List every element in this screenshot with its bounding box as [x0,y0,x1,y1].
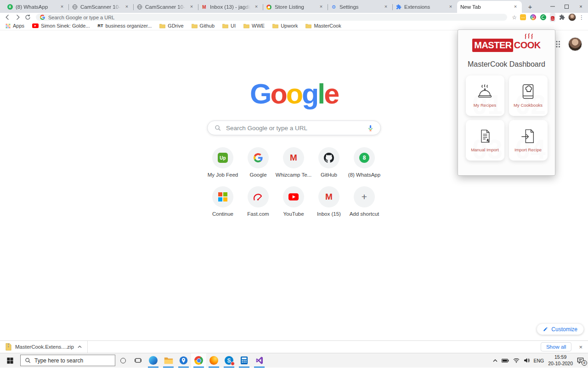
new-tab-button[interactable]: + [525,1,536,12]
profile-avatar[interactable] [568,13,576,21]
shortcut-my-job-feed[interactable]: Up My Job Feed [205,147,241,178]
mic-icon[interactable] [368,125,373,132]
tab-settings[interactable]: ⚙ Settings × [328,1,392,13]
tab-title: (8) WhatsApp [16,4,56,10]
back-icon[interactable] [4,14,11,21]
clock[interactable]: 15:59 20-10-2020 [548,354,573,367]
my-cookbooks-card[interactable]: My Cookbooks [509,75,548,116]
cortana-button[interactable] [115,353,130,368]
bookmark-apps[interactable]: Apps [6,23,24,29]
shortcut-continue[interactable]: Continue [205,186,241,217]
tab-close-icon[interactable]: × [512,4,519,10]
yellow-extension-icon[interactable]: ... [520,14,527,21]
shortcut-fastcom[interactable]: Fast.com [241,186,276,217]
gmail-icon: M [201,4,207,10]
close-download-bar-icon[interactable]: × [579,344,582,351]
chevron-up-icon[interactable] [78,345,82,348]
shortcut-youtube[interactable]: YouTube [276,186,311,217]
show-all-button[interactable]: Show all [541,342,571,351]
search-placeholder: Search Google or type a URL [226,125,362,132]
taskbar-maps-pin-icon[interactable] [176,353,191,368]
tab-close-icon[interactable]: × [188,4,195,10]
taskbar-file-explorer-icon[interactable] [161,353,176,368]
speaker-icon[interactable] [524,358,530,363]
speedometer-icon [253,192,264,201]
tab-inbox[interactable]: M Inbox (13) - jagdip@whizca × [198,1,263,13]
taskbar-visual-studio-icon[interactable] [252,353,267,368]
taskbar-calculator-icon[interactable] [237,353,252,368]
tab-strip: 8 (8) WhatsApp × CamScanner 10-20-2020 1… [0,0,588,13]
minimize-button[interactable] [545,0,560,13]
tab-extensions[interactable]: Extensions × [392,1,457,13]
shortcut-google[interactable]: Google [241,147,276,178]
tab-close-icon[interactable]: × [447,4,454,10]
tab-new-tab[interactable]: New Tab × [457,1,522,13]
download-file-name: MasterCook.Extens....zip [15,344,74,350]
google-g-icon [254,153,263,162]
bookmark-business-organizer[interactable]: RT business organizer... [97,23,152,29]
bookmark-simon-sinek[interactable]: Simon Sinek: Golde... [32,23,90,29]
wifi-icon[interactable] [513,358,520,363]
address-bar[interactable]: Search Google or type a URL [36,14,507,21]
extensions-puzzle-icon[interactable] [558,14,565,21]
task-view-button[interactable] [130,353,146,368]
tab-close-icon[interactable]: × [318,4,324,10]
folder-icon [222,23,228,29]
language-indicator[interactable]: ENG [534,358,544,363]
forward-icon[interactable] [14,14,21,21]
notification-badge [231,362,235,366]
taskbar-skype-icon[interactable]: S [221,353,237,368]
bookmark-folder-gdrive[interactable]: GDrive [159,23,183,29]
bookmark-folder-github[interactable]: Github [192,23,215,29]
bookmark-folder-upwork[interactable]: Upwork [272,23,298,29]
shortcut-whizcamp[interactable]: M Whizcamp Te... [276,147,311,178]
chrome-menu-icon[interactable]: ⋮ [579,14,584,21]
tab-camscanner-2[interactable]: CamScanner 10-20-2020 12 × [133,1,198,13]
taskbar-search-input[interactable]: Type here to search [20,355,115,366]
search-input[interactable]: Search Google or type a URL [207,121,381,135]
customize-button[interactable]: Customize [537,323,584,335]
my-recipes-card[interactable]: My Recipes [466,75,504,116]
manual-import-card[interactable]: Manual Import [466,120,504,161]
action-center-button[interactable]: 8 [577,357,584,364]
tab-close-icon[interactable]: × [124,4,130,10]
bookmark-folder-ui[interactable]: UI [222,23,236,29]
start-button[interactable] [0,353,20,368]
tab-store-listing[interactable]: Store Listing × [263,1,328,13]
import-recipe-card[interactable]: Import Recipe [509,120,548,161]
shortcut-github[interactable]: GitHub [311,147,347,178]
close-window-button[interactable]: × [574,0,588,13]
tab-title: Settings [339,4,380,10]
gmail-icon: M [290,153,297,163]
windows-taskbar: Type here to search S [0,353,588,368]
maximize-button[interactable] [560,0,574,13]
green-extension-icon[interactable] [540,14,547,21]
battery-icon[interactable] [502,358,509,363]
taskbar-edge-icon[interactable] [146,353,161,368]
bookmark-folder-wwe[interactable]: WWE [243,23,265,29]
tab-whatsapp[interactable]: 8 (8) WhatsApp × [4,1,68,13]
tab-close-icon[interactable]: × [253,4,260,10]
mastercook-popup: MASTERCOOK MasterCook Dashboard 01 02 03… [458,29,555,176]
shortcut-whatsapp[interactable]: 8 (8) WhatsApp [347,147,382,178]
whatsapp-icon: 8 [7,4,13,10]
shortcut-inbox[interactable]: M Inbox (15) [311,186,347,217]
tab-camscanner-1[interactable]: CamScanner 10-20-2020 12 × [68,1,133,13]
tab-close-icon[interactable]: × [59,4,65,10]
taskbar-firefox-icon[interactable] [206,353,221,368]
google-g-icon [40,15,45,20]
refresh-icon[interactable] [24,14,31,21]
camera-extension-icon[interactable] [530,14,537,21]
tab-close-icon[interactable]: × [383,4,389,10]
tray-chevron-icon[interactable] [493,359,498,362]
bookmark-star-icon[interactable]: ☆ [512,15,517,20]
mastercook-extension-icon[interactable]: ♨ [550,13,555,22]
bookmark-folder-mastercook[interactable]: MasterCook [305,23,341,29]
rt-favicon: RT [97,23,103,28]
profile-avatar[interactable] [568,37,582,51]
steam-icon [524,33,535,39]
tab-title: CamScanner 10-20-2020 12 [145,4,186,10]
taskbar-chrome-icon[interactable] [191,353,206,368]
download-item[interactable]: MasterCook.Extens....zip [6,341,88,353]
shortcut-add[interactable]: + Add shortcut [347,186,382,217]
